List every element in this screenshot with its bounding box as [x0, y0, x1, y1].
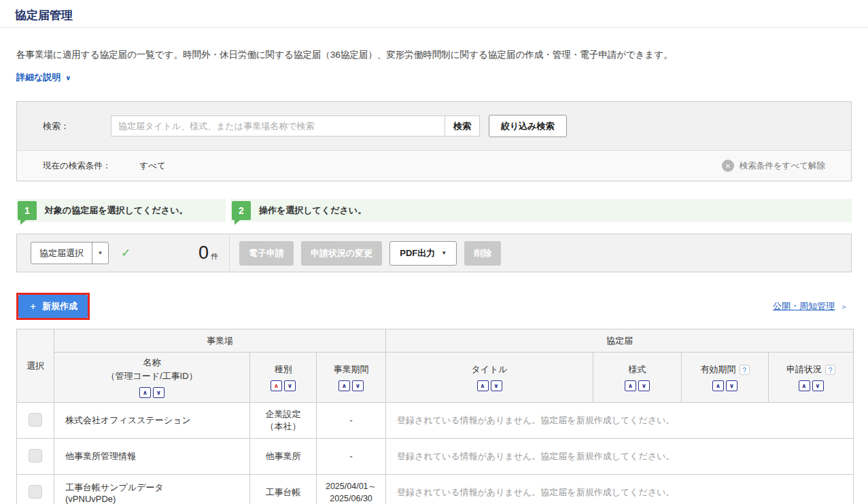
filter-search-button[interactable]: 絞り込み検索: [489, 115, 567, 137]
empty-agreement-message: 登録されている情報がありません。協定届を新規作成してください。: [386, 475, 854, 504]
search-row: 検索： 検索 絞り込み検索: [17, 102, 851, 151]
selected-count-unit: 件: [211, 251, 218, 262]
toolbar-row: ＋ 新規作成 公開・周知管理 ＞: [16, 293, 852, 320]
details-toggle-link[interactable]: 詳細な説明 ∨: [16, 71, 71, 84]
criteria-value: すべて: [139, 160, 165, 172]
pdf-export-button[interactable]: PDF出力 ▼: [389, 241, 457, 266]
create-button-label: 新規作成: [42, 300, 77, 312]
main-content: 各事業場に適用する協定届の一覧です。時間外・休日労働に関する協定届（36協定届）…: [0, 48, 868, 504]
chevron-right-icon: ＞: [840, 302, 848, 312]
column-header-title: タイトル ∧ ∨: [386, 353, 593, 403]
step-bars: 1 対象の協定届を選択してください。 2 操作を選択してください。: [16, 199, 852, 222]
step-1-badge: 1: [18, 201, 37, 220]
row-checkbox[interactable]: [29, 485, 42, 499]
sort-asc-button[interactable]: ∧: [625, 380, 636, 391]
sort-desc-button[interactable]: ∨: [726, 380, 737, 391]
name-header-sublabel: （管理コード/工事ID）: [58, 370, 245, 382]
sort-desc-button[interactable]: ∨: [352, 380, 364, 391]
sort-desc-button[interactable]: ∨: [812, 380, 824, 391]
search-panel: 検索： 検索 絞り込み検索 現在の検索条件： すべて ✕ 検索条件をすべて解除: [16, 101, 852, 181]
search-criteria-row: 現在の検索条件： すべて ✕ 検索条件をすべて解除: [17, 151, 851, 181]
row-checkbox[interactable]: [29, 449, 42, 463]
office-name-sub: (vPNUvPDe): [65, 494, 245, 504]
empty-agreement-message: 登録されている情報がありません。協定届を新規作成してください。: [386, 403, 854, 439]
sort-desc-button[interactable]: ∨: [638, 380, 650, 391]
group-header-agreement: 協定届: [386, 329, 854, 353]
search-input[interactable]: [111, 115, 445, 137]
help-icon[interactable]: ?: [740, 365, 750, 375]
sort-asc-button[interactable]: ∧: [477, 380, 489, 391]
office-type: 企業設定: [254, 408, 312, 420]
page-description: 各事業場に適用する協定届の一覧です。時間外・休日労働に関する協定届（36協定届）…: [16, 48, 852, 62]
details-link-label: 詳細な説明: [16, 71, 60, 84]
office-period: -: [317, 403, 386, 439]
office-period: 2025/04/01～: [321, 480, 381, 493]
status-header-label: 申請状況: [786, 364, 822, 374]
delete-button[interactable]: 削除: [464, 241, 501, 266]
group-header-office: 事業場: [54, 329, 386, 353]
clear-circle-icon: ✕: [722, 160, 734, 172]
step-1-text: 対象の協定届を選択してください。: [45, 204, 188, 217]
page-title: 協定届管理: [15, 7, 853, 23]
name-header-label: 名称: [143, 357, 161, 367]
office-name: 工事台帳サンプルデータ: [65, 482, 164, 492]
period-header-label: 事業期間: [334, 364, 369, 374]
table-row: 株式会社オフィスステーション 企業設定 （本社） - 登録されている情報がありま…: [17, 403, 854, 439]
form-header-label: 様式: [629, 364, 646, 374]
publish-manage-link[interactable]: 公開・周知管理 ＞: [773, 300, 848, 312]
selected-count: 0 件: [198, 242, 218, 264]
status-change-button[interactable]: 申請状況の変更: [301, 241, 382, 266]
status-sort-controls: ∧ ∨: [773, 380, 849, 391]
pdf-button-label: PDF出力: [400, 247, 435, 259]
clear-all-criteria-button[interactable]: ✕ 検索条件をすべて解除: [722, 160, 825, 172]
column-header-name: 名称 （管理コード/工事ID） ∧ ∨: [54, 353, 250, 403]
e-apply-button[interactable]: 電子申請: [239, 241, 294, 266]
table-row: 他事業所管理情報 他事業所 - 登録されている情報がありません。協定届を新規作成…: [17, 439, 854, 475]
sort-desc-button[interactable]: ∨: [284, 380, 296, 391]
sort-asc-button[interactable]: ∧: [139, 387, 151, 398]
office-name: 他事業所管理情報: [65, 451, 136, 461]
criteria-label: 現在の検索条件：: [43, 160, 111, 172]
search-label: 検索：: [43, 120, 111, 132]
chevron-down-icon: ∨: [65, 74, 71, 82]
column-header-valid-period: 有効期間? ∧ ∨: [682, 353, 769, 403]
check-icon: ✓: [121, 246, 131, 260]
type-header-label: 種別: [275, 364, 292, 374]
column-header-form: 様式 ∧ ∨: [593, 353, 682, 403]
form-sort-controls: ∧ ∨: [597, 380, 677, 391]
action-buttons: 電子申請 申請状況の変更 PDF出力 ▼ 削除: [230, 241, 501, 266]
office-type-sub: （本社）: [254, 420, 312, 433]
action-panel: 協定届選択 ▼ ✓ 0 件 電子申請 申請状況の変更 PDF出力 ▼ 削除: [16, 234, 852, 272]
page-header: 協定届管理: [0, 0, 868, 28]
create-new-button[interactable]: ＋ 新規作成: [18, 295, 88, 318]
column-header-status: 申請状況? ∧ ∨: [769, 353, 854, 403]
period-sort-controls: ∧ ∨: [321, 380, 381, 391]
selection-summary: 協定届選択 ▼ ✓ 0 件: [17, 234, 230, 272]
caret-down-icon: ▼: [441, 250, 447, 256]
column-header-period: 事業期間 ∧ ∨: [317, 353, 386, 403]
row-checkbox[interactable]: [29, 413, 42, 427]
sort-desc-button[interactable]: ∨: [491, 380, 502, 391]
column-header-type: 種別 ∧ ∨: [250, 353, 317, 403]
office-period: -: [317, 439, 386, 475]
sort-asc-button[interactable]: ∧: [271, 380, 282, 391]
dropdown-label: 協定届選択: [31, 242, 92, 264]
sort-desc-button[interactable]: ∨: [153, 387, 164, 398]
office-period-end: 2025/06/30: [321, 492, 381, 504]
valid-period-sort-controls: ∧ ∨: [686, 380, 764, 391]
column-header-select: 選択: [17, 329, 54, 403]
help-icon[interactable]: ?: [825, 365, 835, 375]
name-sort-controls: ∧ ∨: [58, 387, 245, 398]
sort-asc-button[interactable]: ∧: [338, 380, 350, 391]
table-row: 工事台帳サンプルデータ (vPNUvPDe) 工事台帳 2025/04/01～ …: [17, 475, 854, 504]
agreement-select-dropdown[interactable]: 協定届選択 ▼: [31, 242, 109, 264]
plus-icon: ＋: [29, 300, 37, 312]
sort-asc-button[interactable]: ∧: [799, 380, 810, 391]
title-sort-controls: ∧ ∨: [390, 380, 589, 391]
empty-agreement-message: 登録されている情報がありません。協定届を新規作成してください。: [386, 439, 854, 475]
agreements-table: 選択 事業場 協定届 名称 （管理コード/工事ID） ∧ ∨ 種別 ∧: [16, 329, 854, 504]
search-button[interactable]: 検索: [445, 115, 480, 137]
step-1-bar: 1 対象の協定届を選択してください。: [16, 199, 226, 222]
sort-asc-button[interactable]: ∧: [712, 380, 724, 391]
office-type: 工事台帳: [254, 486, 312, 499]
